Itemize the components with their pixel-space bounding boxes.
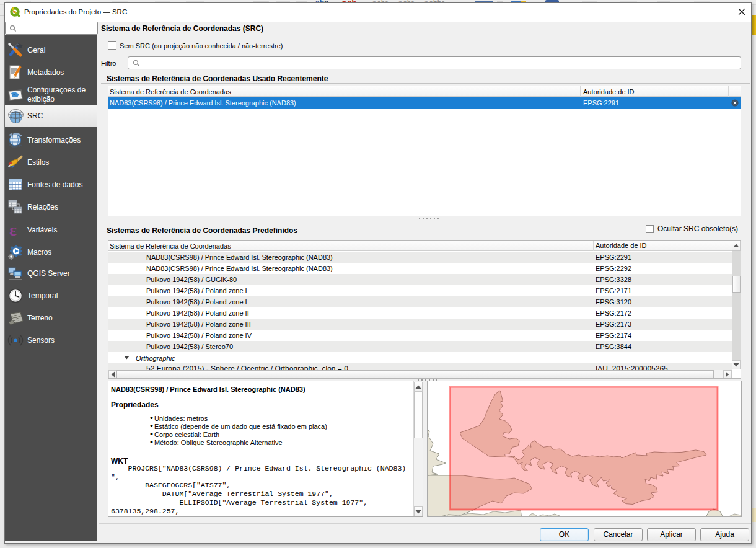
- svg-text:ε: ε: [9, 222, 17, 238]
